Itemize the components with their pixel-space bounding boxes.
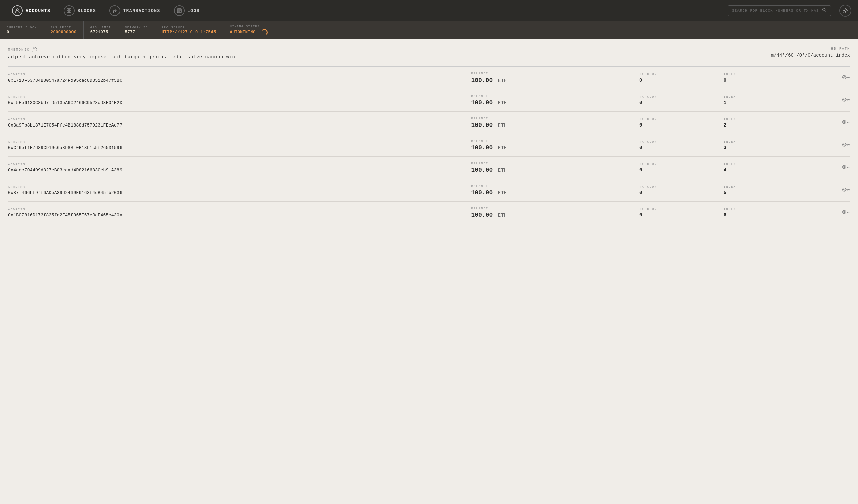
nav-transactions-label: TRANSACTIONS	[123, 9, 160, 13]
account-address: 0x1B07816D173f835fd2E45f965E67eBeF465c43…	[8, 213, 471, 218]
mnemonic-section: MNEMONIC ? adjust achieve ribbon very im…	[8, 47, 850, 67]
svg-rect-2	[69, 9, 71, 11]
table-row[interactable]: ADDRESS 0x3a9Fb8b1871E7054Ffe4B1888d7579…	[8, 112, 850, 134]
account-address-col: ADDRESS 0x3a9Fb8b1871E7054Ffe4B1888d7579…	[8, 118, 471, 128]
nav-logs-label: LOGS	[187, 9, 200, 13]
account-address: 0x87f466Ff9ff6ADeA39d2469E9163f4dB45fb20…	[8, 190, 471, 195]
nav-blocks[interactable]: BLOCKS	[59, 3, 101, 19]
txcount-label: TX COUNT	[639, 163, 724, 166]
account-index-col: INDEX 3	[724, 140, 791, 150]
settings-button[interactable]	[839, 5, 851, 17]
svg-point-18	[843, 99, 845, 101]
account-index-col: INDEX 5	[724, 185, 791, 195]
account-balance-col: BALANCE 100.00 ETH	[471, 117, 639, 129]
table-row[interactable]: ADDRESS 0x4ccc704409d827eB03edad4D821668…	[8, 157, 850, 179]
nav-accounts[interactable]: ACCOUNTS	[7, 3, 56, 19]
table-row[interactable]: ADDRESS 0xE71DF53784B80547a724Fd95cac8D3…	[8, 67, 850, 89]
account-balance: 100.00 ETH	[471, 77, 639, 84]
search-icon	[822, 8, 827, 14]
txcount-label: TX COUNT	[639, 140, 724, 144]
svg-point-11	[845, 10, 846, 12]
table-row[interactable]: ADDRESS 0x1B07816D173f835fd2E45f965E67eB…	[8, 202, 850, 224]
key-icon[interactable]	[840, 139, 852, 151]
account-address-col: ADDRESS 0x1B07816D173f835fd2E45f965E67eB…	[8, 208, 471, 218]
account-index-col: INDEX 2	[724, 118, 791, 128]
balance-amount: 100.00	[471, 167, 493, 174]
svg-point-42	[842, 210, 846, 214]
account-txcount-col: TX COUNT 0	[639, 140, 724, 150]
account-index-col: INDEX 1	[724, 95, 791, 105]
svg-line-14	[846, 75, 849, 79]
network-id-label: NETWORK ID	[125, 26, 148, 29]
address-label: ADDRESS	[8, 141, 471, 144]
rpc-server-label: RPC SERVER	[162, 26, 216, 29]
current-block-label: CURRENT BLOCK	[7, 26, 37, 29]
main-content: MNEMONIC ? adjust achieve ribbon very im…	[0, 39, 858, 232]
table-row[interactable]: ADDRESS 0x87f466Ff9ff6ADeA39d2469E9163f4…	[8, 179, 850, 202]
account-key-col	[791, 208, 850, 217]
svg-point-17	[842, 97, 846, 102]
search-bar	[728, 5, 831, 16]
account-address-col: ADDRESS 0xCf6effE7d89C919c6a8b83F0B18F1c…	[8, 141, 471, 150]
index-label: INDEX	[724, 95, 791, 99]
account-address: 0x4ccc704409d827eB03edad4D8216683Ceb91A3…	[8, 168, 471, 173]
table-row[interactable]: ADDRESS 0xF5Ee6130C8bd7fD513bA6C2466C952…	[8, 89, 850, 112]
svg-point-32	[842, 165, 846, 169]
nav-blocks-label: BLOCKS	[77, 9, 96, 13]
account-address: 0xF5Ee6130C8bd7fD513bA6C2466C9528cD8E04E…	[8, 100, 471, 105]
balance-unit: ETH	[498, 213, 507, 218]
balance-amount: 100.00	[471, 122, 493, 129]
table-row[interactable]: ADDRESS 0xCf6effE7d89C919c6a8b83F0B18F1c…	[8, 134, 850, 157]
balance-unit: ETH	[498, 78, 507, 83]
balance-label: BALANCE	[471, 140, 639, 143]
svg-rect-4	[69, 11, 71, 13]
account-txcount: 0	[639, 190, 724, 195]
svg-point-27	[842, 142, 846, 147]
svg-line-10	[825, 11, 826, 12]
key-icon[interactable]	[840, 207, 852, 218]
key-icon[interactable]	[840, 117, 852, 129]
gas-price-value: 2000000000	[51, 30, 77, 35]
svg-line-39	[846, 188, 849, 191]
balance-label: BALANCE	[471, 72, 639, 76]
mnemonic-help-icon[interactable]: ?	[32, 47, 37, 52]
account-index: 4	[724, 167, 791, 173]
svg-point-9	[823, 9, 825, 11]
key-icon[interactable]	[840, 162, 852, 174]
balance-unit: ETH	[498, 190, 507, 196]
key-icon[interactable]	[840, 184, 852, 196]
svg-line-34	[846, 165, 849, 169]
gas-price-label: GAS PRICE	[51, 26, 77, 29]
hdpath-label: HD PATH	[771, 47, 850, 51]
mining-spinner-icon	[261, 29, 268, 36]
svg-point-23	[843, 121, 845, 123]
key-icon[interactable]	[840, 94, 852, 106]
nav-accounts-label: ACCOUNTS	[26, 9, 50, 13]
current-block-value: 0	[7, 30, 37, 35]
navbar: ACCOUNTS BLOCKS TRANSACTIONS	[0, 0, 858, 21]
account-index-col: INDEX 6	[724, 208, 791, 218]
account-key-col	[791, 163, 850, 173]
account-key-col	[791, 185, 850, 195]
balance-amount: 100.00	[471, 99, 493, 106]
balance-label: BALANCE	[471, 95, 639, 98]
txcount-label: TX COUNT	[639, 118, 724, 121]
svg-line-44	[846, 210, 849, 214]
account-txcount-col: TX COUNT 0	[639, 208, 724, 218]
search-input[interactable]	[732, 9, 820, 13]
account-index-col: INDEX 4	[724, 163, 791, 173]
mnemonic-words: adjust achieve ribbon very impose much b…	[8, 54, 235, 60]
nav-transactions[interactable]: TRANSACTIONS	[104, 3, 166, 19]
svg-line-29	[846, 143, 849, 146]
balance-label: BALANCE	[471, 117, 639, 120]
account-index: 5	[724, 190, 791, 195]
nav-logs[interactable]: LOGS	[169, 3, 205, 19]
rpc-server-value: HTTP://127.0.0.1:7545	[162, 30, 216, 35]
svg-point-13	[843, 76, 845, 78]
key-icon[interactable]	[840, 72, 852, 84]
txcount-label: TX COUNT	[639, 95, 724, 99]
status-bar: CURRENT BLOCK 0 GAS PRICE 2000000000 GAS…	[0, 21, 858, 39]
blocks-icon	[64, 5, 75, 16]
gas-limit-label: GAS LIMIT	[90, 26, 111, 29]
mnemonic-left: MNEMONIC ? adjust achieve ribbon very im…	[8, 47, 235, 60]
